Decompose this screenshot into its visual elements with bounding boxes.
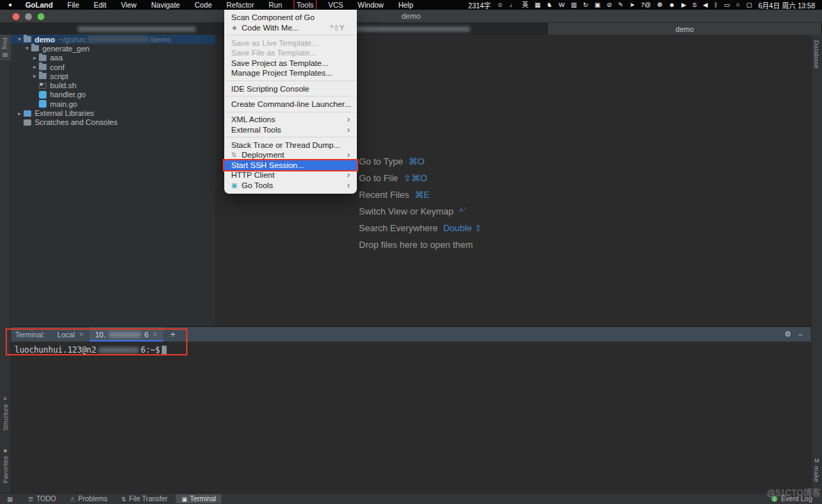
menubar-item[interactable]: Refactor [225,1,255,10]
menubar-item[interactable]: Navigate [150,1,181,10]
status-icon[interactable]: ▦ [535,1,541,10]
menu-item[interactable]: ▣ Go Tools › [224,180,357,190]
tree-item[interactable]: ▸ conf [11,62,215,72]
menubar-item[interactable]: Edit [92,1,108,10]
terminal-output[interactable]: luochunhui.123@n2 6:~$ [11,342,811,355]
status-icon[interactable]: ▭ [724,1,730,10]
tree-item[interactable]: ▾ demo ~/go/src /demo [11,35,215,44]
menu-item[interactable]: › [225,137,356,137]
menu-item[interactable]: › [225,96,356,96]
close-tab-icon[interactable]: ✕ [153,331,158,338]
menu-item[interactable]: Scan Component of Go › [224,12,357,22]
status-icon[interactable]: ➤ [630,1,635,10]
close-tab-icon[interactable]: ✕ [79,331,85,338]
status-icon[interactable]: 英 [522,1,528,10]
menubar-item[interactable]: File [66,1,81,10]
menubar-item[interactable]: Window [356,1,385,10]
event-log-button[interactable]: Event Log [781,495,812,503]
tool-button-database[interactable]: Database [813,37,821,72]
tree-item[interactable]: handler.go [11,90,215,99]
menu-item[interactable]: ☻ Code With Me... ^⇧Y › [224,22,357,32]
new-terminal-tab-button[interactable]: + [170,329,176,339]
status-icon[interactable]: ◀ [703,1,707,10]
terminal-tab[interactable]: 10. 6 ✕ [90,327,163,342]
menu-item[interactable]: Manage Project Templates... › [224,68,357,78]
tool-button-project[interactable]: Proj ▤ [0,35,11,60]
chevron-icon[interactable]: ▸ [31,73,39,79]
tree-item[interactable]: build.sh [11,81,215,90]
chevron-icon[interactable]: ▾ [23,45,31,51]
chevron-icon[interactable]: ▸ [15,110,24,117]
tree-item[interactable]: Scratches and Consoles [11,118,215,127]
menu-item[interactable]: Create Command-line Launcher... › [224,99,357,109]
hint-label: Recent Files [359,190,409,200]
menubar-item[interactable]: Help [397,1,415,10]
menubar-item[interactable]: Run [267,1,283,10]
tool-window-button[interactable]: ☰ TODO [23,494,62,503]
status-icon[interactable]: 7@ [641,1,651,10]
status-icon[interactable]: ᛒ [714,1,717,10]
menu-item[interactable]: External Tools › [224,125,357,135]
menu-item[interactable]: › [225,112,356,112]
chevron-icon[interactable]: ▸ [31,55,39,61]
menu-item-label: Scan Component of Go [231,13,314,22]
terminal-tab-label-suffix: 6 [144,330,149,339]
file-type-icon [39,83,47,89]
tool-button-make[interactable]: M make [813,455,821,485]
chevron-icon[interactable]: ▸ [31,64,39,70]
window-tab[interactable]: demo [548,23,822,35]
tree-item[interactable]: ▸ External Libraries [11,108,215,117]
status-icon[interactable]: ⊘ [607,1,612,10]
status-icon[interactable]: ♩ [510,1,516,10]
tree-item-label: main.go [50,100,77,108]
status-icon[interactable]: ☺ [497,1,503,10]
project-tool-window: ▾ demo ~/go/src /demo ▾ generate_gen ▸ a… [11,35,215,326]
menubar-item[interactable]: View [119,1,138,10]
tree-item[interactable]: main.go [11,99,215,108]
status-icon[interactable]: ❁ [657,1,663,10]
chevron-icon[interactable]: ▾ [15,36,24,42]
status-icon[interactable]: ♞ [547,1,553,10]
menu-item[interactable]: Start SSH Session... › [224,160,357,170]
menubar-item[interactable]: Code [193,1,213,10]
status-icon[interactable]: ☻ [669,1,675,10]
menu-item[interactable]: Save File as Template... › [224,48,357,58]
tool-window-button[interactable]: ⚠ Problems [65,494,113,503]
menu-item[interactable]: HTTP Client › [224,170,357,180]
terminal-actions: ⚙ − [785,327,811,342]
terminal-tab[interactable]: Local ✕ [52,327,90,342]
tool-window-button[interactable]: ▣ Terminal [176,494,221,503]
gear-icon[interactable]: ⚙ [785,330,791,339]
tool-window-button[interactable]: ⇅ File Transfer [116,494,174,503]
menu-item[interactable]: Save Project as Template... › [224,58,357,68]
menubar-item[interactable]: GoLand [24,1,54,10]
tool-button[interactable]: ★ Favorites [1,445,9,486]
menu-item[interactable]: IDE Scripting Console › [224,83,357,93]
tree-item[interactable]: ▸ script [11,72,215,81]
menu-item[interactable]: › [225,81,356,81]
status-icon[interactable]: ✎ [618,1,623,10]
menu-item[interactable]: › [225,35,356,35]
tool-button[interactable]: ≡ Structure [1,393,9,434]
menu-item[interactable]: Save as Live Template... › [224,38,357,48]
tree-item[interactable]: ▸ aaa [11,53,215,62]
apple-icon[interactable]: ● [8,1,12,10]
menubar-item[interactable]: VCS [327,1,345,10]
menu-item[interactable]: Stack Trace or Thread Dump... › [224,140,357,150]
status-icon[interactable]: ▢ [746,1,753,10]
menu-item[interactable]: ⇅ Deployment › [224,150,357,160]
status-icon[interactable]: ○ [736,1,739,10]
status-icon[interactable]: ↻ [583,1,589,10]
menu-item[interactable]: XML Actions › [224,115,357,124]
status-icon[interactable]: ▥ [571,1,577,10]
minimize-panel-icon[interactable]: − [798,330,803,339]
status-icon[interactable]: ▶ [682,1,687,10]
window-title: demo [0,12,822,20]
menu-bar-clock[interactable]: 6月4日 周六 13:58 [758,0,815,10]
tree-item[interactable]: ▾ generate_gen [11,44,215,53]
status-icon[interactable]: ▣ [594,1,601,10]
status-icon[interactable]: W [559,1,565,10]
status-icon[interactable]: S [692,1,696,10]
tool-window-switcher-icon[interactable]: ▦ [0,496,23,503]
menubar-item[interactable]: Tools [295,1,315,10]
